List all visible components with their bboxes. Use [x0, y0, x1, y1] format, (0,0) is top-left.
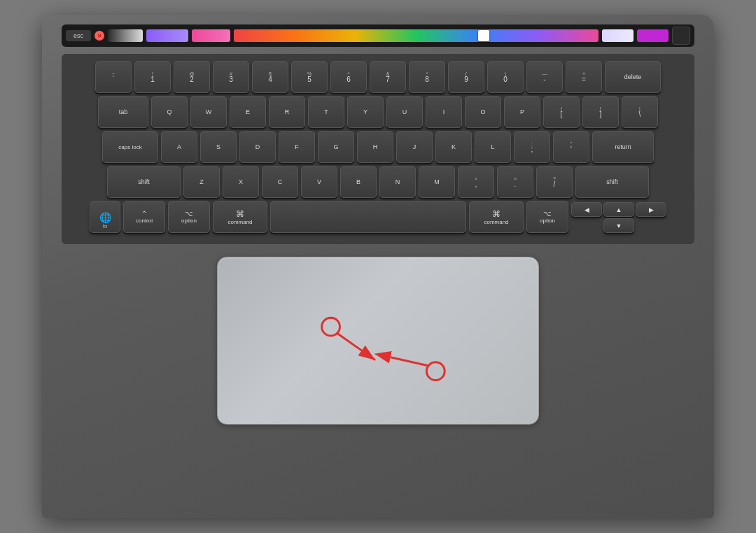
key-semicolon[interactable]: :;: [514, 131, 550, 163]
key-comma[interactable]: <,: [458, 166, 494, 198]
svg-point-0: [322, 318, 340, 336]
key-control[interactable]: ⌃ control: [123, 201, 165, 233]
key-1[interactable]: !1: [134, 61, 171, 93]
key-f[interactable]: F: [279, 131, 315, 163]
key-5[interactable]: %5: [291, 61, 328, 93]
key-4[interactable]: $4: [252, 61, 288, 93]
tb-bright-purple[interactable]: [637, 29, 668, 42]
key-space[interactable]: [270, 201, 466, 233]
key-8[interactable]: *8: [409, 61, 445, 93]
key-arrow-right[interactable]: ▶: [636, 202, 666, 217]
key-slash[interactable]: ?/: [536, 166, 573, 198]
key-delete[interactable]: delete: [605, 61, 661, 93]
key-backslash[interactable]: |\: [622, 96, 658, 128]
key-m[interactable]: M: [419, 166, 455, 198]
key-a[interactable]: A: [161, 131, 197, 163]
svg-line-5: [391, 357, 428, 366]
key-arrow-down[interactable]: ▼: [603, 218, 634, 233]
qwerty-row: tab Q W E R T Y U I O P {[ }] |\: [70, 96, 686, 128]
key-b[interactable]: B: [340, 166, 377, 198]
media-controls: [108, 29, 143, 42]
key-0[interactable]: )0: [487, 61, 524, 93]
key-7[interactable]: &7: [370, 61, 406, 93]
key-shift-right[interactable]: shift: [575, 166, 649, 198]
key-3[interactable]: #3: [213, 61, 249, 93]
close-button-icon[interactable]: ✕: [94, 31, 104, 41]
asdf-row: caps lock A S D F G H J K L :; "' return: [70, 131, 686, 163]
key-equals[interactable]: +=: [566, 61, 602, 93]
touch-id-button[interactable]: [672, 27, 690, 45]
key-x[interactable]: X: [223, 166, 259, 198]
esc-key[interactable]: esc: [66, 30, 91, 41]
arrow-cluster: ◀▲▶▼: [571, 202, 666, 233]
key-d[interactable]: D: [239, 131, 276, 163]
key-fn[interactable]: 🌐 fn: [90, 201, 120, 233]
key-backtick[interactable]: ~`: [95, 61, 132, 93]
tb-gradient-slider[interactable]: [234, 29, 598, 42]
keyboard: ~` !1 @2 #3 $4 %5 ^6 &7 *8 (9 )0 —- += d…: [62, 54, 694, 244]
key-command-right[interactable]: ⌘ command: [469, 201, 524, 233]
key-l[interactable]: L: [475, 131, 511, 163]
key-6[interactable]: ^6: [330, 61, 367, 93]
key-quote[interactable]: "': [553, 131, 589, 163]
key-option-left[interactable]: ⌥ option: [168, 201, 210, 233]
key-command-left[interactable]: ⌘ command: [213, 201, 267, 233]
key-tab[interactable]: tab: [98, 96, 148, 128]
key-g[interactable]: G: [318, 131, 354, 163]
slider-thumb[interactable]: [478, 30, 489, 41]
key-n[interactable]: N: [379, 166, 416, 198]
key-o[interactable]: O: [465, 96, 501, 128]
trackpad-gesture-arrows: [218, 257, 538, 424]
key-i[interactable]: I: [426, 96, 462, 128]
modifier-row: 🌐 fn ⌃ control ⌥ option ⌘ command ⌘ comm…: [70, 201, 686, 233]
key-option-right[interactable]: ⌥ option: [526, 201, 568, 233]
tb-purple-bar[interactable]: [146, 29, 188, 42]
key-s[interactable]: S: [200, 131, 237, 163]
key-w[interactable]: W: [190, 96, 227, 128]
key-bracket-right[interactable]: }]: [582, 96, 619, 128]
key-v[interactable]: V: [301, 166, 337, 198]
number-row: ~` !1 @2 #3 $4 %5 ^6 &7 *8 (9 )0 —- += d…: [70, 61, 686, 93]
key-period[interactable]: >.: [497, 166, 533, 198]
key-return[interactable]: return: [592, 131, 654, 163]
tb-pink-bar[interactable]: [192, 29, 230, 42]
key-u[interactable]: U: [386, 96, 423, 128]
key-2[interactable]: @2: [174, 61, 210, 93]
key-caps-lock[interactable]: caps lock: [102, 131, 158, 163]
key-z[interactable]: Z: [183, 166, 220, 198]
key-q[interactable]: Q: [151, 96, 188, 128]
trackpad[interactable]: [217, 257, 539, 425]
tb-light-purple[interactable]: [602, 29, 634, 42]
laptop-body: esc ✕ ~` !1 @2 #3 $4 %5 ^6 &7 *8 (9 )0 —…: [42, 15, 714, 518]
key-y[interactable]: Y: [347, 96, 384, 128]
touch-bar: esc ✕: [62, 24, 694, 47]
svg-point-1: [426, 362, 444, 381]
key-p[interactable]: P: [504, 96, 540, 128]
key-arrow-left[interactable]: ◀: [571, 202, 602, 217]
key-r[interactable]: R: [269, 96, 305, 128]
zxcv-row: shift Z X C V B N M <, >. ?/ shift: [70, 166, 686, 198]
svg-line-4: [337, 334, 375, 360]
key-9[interactable]: (9: [448, 61, 484, 93]
key-e[interactable]: E: [230, 96, 266, 128]
key-c[interactable]: C: [262, 166, 298, 198]
key-j[interactable]: J: [396, 131, 433, 163]
key-t[interactable]: T: [308, 96, 344, 128]
key-minus[interactable]: —-: [526, 61, 563, 93]
key-arrow-up[interactable]: ▲: [603, 202, 634, 217]
key-shift-left[interactable]: shift: [107, 166, 181, 198]
brightness-control[interactable]: [108, 29, 143, 42]
key-bracket-left[interactable]: {[: [543, 96, 580, 128]
key-k[interactable]: K: [435, 131, 472, 163]
key-h[interactable]: H: [357, 131, 393, 163]
